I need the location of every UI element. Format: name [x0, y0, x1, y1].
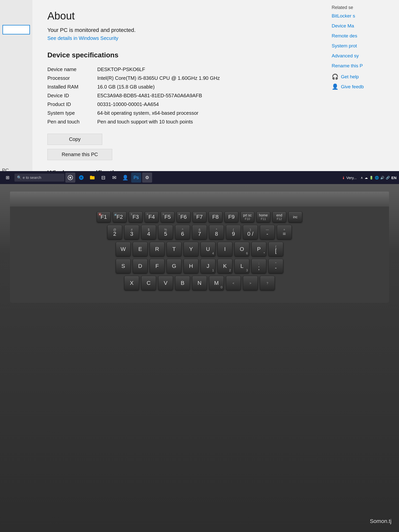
device-spec-row: Product ID 00331-10000-00001-AA654 — [47, 100, 314, 109]
key-x[interactable]: X — [124, 276, 139, 290]
volume-icon[interactable]: 🔊 — [380, 176, 384, 180]
key-question[interactable]: ? — [260, 276, 275, 290]
key-f4[interactable]: ☀ F4 — [145, 212, 159, 222]
get-help-link[interactable]: Get help — [341, 74, 359, 80]
language-indicator[interactable]: EN — [391, 176, 397, 180]
key-y[interactable]: Y — [184, 242, 199, 256]
battery-icon[interactable]: 🔋 — [369, 176, 373, 180]
taskbar-photoshop[interactable]: Ps — [131, 173, 141, 183]
key-c[interactable]: C — [141, 276, 156, 290]
key-g[interactable]: G — [167, 259, 182, 273]
system-protection-link[interactable]: System prot — [332, 43, 394, 49]
key-f2[interactable]: 🔉 F2 — [113, 212, 127, 222]
key-p[interactable]: P * — [251, 242, 266, 256]
key-f11[interactable]: home F11 — [256, 212, 270, 222]
fn-key-row: 🔇 F1 🔉 F2 🎙 F3 ☀ F4 ☀ F5 ✦ F6 — [17, 212, 382, 222]
key-o[interactable]: O 6 — [234, 242, 249, 256]
advanced-system-link[interactable]: Advanced sy — [332, 53, 394, 59]
qwerty-row: W E R T Y U 4 I O 6 P * { [ — [17, 242, 382, 256]
chevron-up-icon[interactable]: ∧ — [361, 176, 363, 180]
device-manager-link[interactable]: Device Ma — [332, 23, 394, 29]
key-f10[interactable]: prt sc F10 — [240, 212, 254, 222]
spec-value: Intel(R) Core(TM) i5-8365U CPU @ 1.60GHz… — [97, 74, 314, 83]
keyboard-body: 🔇 F1 🔉 F2 🎙 F3 ☀ F4 ☀ F5 ✦ F6 — [10, 207, 389, 303]
spec-label: System type — [47, 109, 97, 117]
start-button[interactable]: ⊞ — [2, 173, 12, 183]
key-v[interactable]: V — [158, 276, 173, 290]
key-f3[interactable]: 🎙 F3 — [129, 212, 143, 222]
spec-value: Pen and touch support with 10 touch poin… — [97, 117, 314, 126]
spec-label: Device ID — [47, 91, 97, 100]
key-f9[interactable]: F9 — [224, 212, 238, 222]
key-b[interactable]: B — [175, 276, 190, 290]
key-quote[interactable]: " - — [268, 259, 283, 273]
key-f[interactable]: F — [150, 259, 165, 273]
taskbar-mail[interactable]: ✉ — [109, 173, 119, 183]
spec-value: 16.0 GB (15.8 GB usable) — [97, 83, 314, 91]
rename-pc-button[interactable]: Rename this PC — [47, 149, 112, 160]
key-u[interactable]: U 4 — [200, 242, 215, 256]
key-dollar-4[interactable]: $ 4 — [141, 225, 156, 239]
key-d[interactable]: D — [133, 259, 148, 273]
key-f7[interactable]: ⊡ F7 — [193, 212, 206, 222]
key-w[interactable]: W — [116, 242, 131, 256]
copy-button[interactable]: Copy — [47, 134, 102, 145]
spec-label: Installed RAM — [47, 83, 97, 91]
key-k[interactable]: K 2 — [217, 259, 232, 273]
network-icon[interactable]: 🔗 — [386, 176, 390, 180]
security-link[interactable]: See details in Windows Security — [47, 35, 314, 41]
key-lbrace[interactable]: { [ — [268, 242, 283, 256]
key-amp-7[interactable]: & 7 — [192, 225, 207, 239]
key-minus[interactable]: — - — [260, 225, 275, 239]
key-gt[interactable]: > — [243, 276, 258, 290]
taskbar-cortana[interactable] — [65, 173, 75, 183]
key-semicolon[interactable]: : ; — [251, 259, 266, 273]
spec-label: Pen and touch — [47, 117, 97, 126]
key-f5[interactable]: ☀ F5 — [161, 212, 175, 222]
key-l[interactable]: L 3 — [234, 259, 249, 273]
onedrive-icon[interactable]: ☁ — [365, 176, 368, 180]
taskbar-search[interactable]: 🔍 e to search — [14, 174, 64, 182]
key-f8[interactable]: F8 — [208, 212, 222, 222]
key-h[interactable]: H — [184, 259, 199, 273]
key-n[interactable]: N — [192, 276, 207, 290]
key-plus[interactable]: + = — [277, 225, 292, 239]
key-f1[interactable]: 🔇 F1 — [97, 212, 111, 222]
key-lparen-9[interactable]: ( 9 — [226, 225, 241, 239]
key-caret-6[interactable]: ^ 6 — [175, 225, 190, 239]
key-m[interactable]: M 0 — [209, 276, 224, 290]
globe-icon[interactable]: 🌐 — [375, 176, 379, 180]
key-ins[interactable]: inc — [288, 212, 302, 222]
taskbar-edge[interactable] — [76, 173, 86, 183]
key-t[interactable]: T — [167, 242, 182, 256]
give-feedback-link[interactable]: Give feedb — [341, 84, 364, 90]
key-j[interactable]: J 1 — [200, 259, 215, 273]
key-hash-3[interactable]: # 3 — [124, 225, 139, 239]
key-star-8[interactable]: * 8 — [209, 225, 224, 239]
sidebar — [0, 0, 32, 185]
key-i[interactable]: I — [217, 242, 232, 256]
feedback-icon: 👤 — [332, 84, 338, 90]
key-at-2[interactable]: @ 2 — [107, 225, 122, 239]
key-lt[interactable]: < — [226, 276, 241, 290]
key-e[interactable]: E — [133, 242, 148, 256]
taskbar-right: 🌡 Very... ∧ ☁ 🔋 🌐 🔊 🔗 EN — [340, 176, 397, 180]
remote-desktop-link[interactable]: Remote des — [332, 33, 394, 39]
protection-text: Your PC is monitored and protected. — [47, 27, 314, 33]
taskbar-store[interactable]: ⊟ — [98, 173, 108, 183]
key-r[interactable]: R — [150, 242, 165, 256]
key-rparen-0[interactable]: ) 0 / — [243, 225, 258, 239]
search-box[interactable] — [2, 25, 30, 34]
rename-this-pc-link[interactable]: Rename this P — [332, 63, 394, 69]
taskbar-user[interactable]: 👤 — [120, 173, 130, 183]
key-f12[interactable]: end F12 — [272, 212, 286, 222]
taskbar-weather[interactable]: 🌡 Very... — [340, 176, 359, 180]
taskbar-explorer[interactable] — [87, 173, 97, 183]
key-f6[interactable]: ✦ F6 — [177, 212, 191, 222]
key-s[interactable]: S — [116, 259, 131, 273]
bitlocker-link[interactable]: BitLocker s — [332, 13, 394, 19]
settings-area: About Your PC is monitored and protected… — [0, 0, 399, 185]
taskbar-settings[interactable]: ⚙ — [142, 173, 152, 183]
key-percent-5[interactable]: % 5 — [158, 225, 173, 239]
headset-icon: 🎧 — [332, 74, 338, 80]
